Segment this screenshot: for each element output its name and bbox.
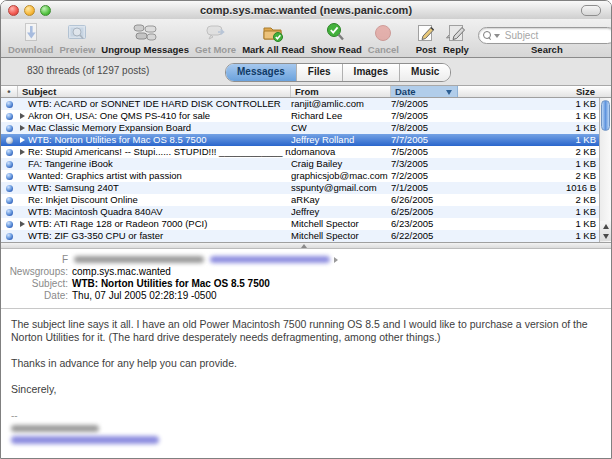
header-date: Date: Thu, 07 Jul 2005 02:28:19 -0500 (1, 290, 611, 302)
show-read-label: Show Read (311, 44, 362, 55)
header-subject: Subject: WTB: Norton Utilities for Mac O… (1, 278, 611, 290)
table-row[interactable]: WTB: ACARD or SONNET IDE HARD DISK CONTR… (1, 98, 601, 110)
sort-descending-icon (446, 90, 452, 95)
column-header-from[interactable]: From (291, 86, 391, 97)
date-label: Date: (1, 290, 68, 302)
row-date: 7/8/2005 (391, 122, 458, 134)
table-row[interactable]: Mac Classic Memory Expansion Board CW 7/… (1, 122, 601, 134)
table-row[interactable]: WTB: Macintosh Quadra 840AV Jeffrey 6/25… (1, 206, 601, 218)
download-icon (21, 22, 41, 44)
preview-button[interactable]: Preview (56, 21, 98, 55)
toolbar: Download Preview Ungroup Messages Get Mo… (1, 19, 611, 58)
scrollbar-thumb[interactable] (601, 100, 610, 131)
download-label: Download (8, 44, 53, 55)
tab-music[interactable]: Music (400, 64, 450, 81)
search-input[interactable] (503, 29, 611, 42)
unread-icon (6, 125, 13, 132)
disclosure-triangle-icon[interactable] (20, 125, 25, 131)
table-row[interactable]: WTB: Samsung 240T sspunty@gmail.com 7/1/… (1, 182, 601, 194)
row-date: 6/23/2005 (391, 218, 458, 230)
table-row-selected[interactable]: WTB: Norton Utilities for Mac OS 8.5 750… (1, 134, 601, 146)
body-paragraph: Thanks in advance for any help you can p… (11, 357, 601, 370)
tab-messages[interactable]: Messages (226, 64, 297, 81)
toolbar-toggle-button[interactable] (581, 5, 601, 16)
app-window: comp.sys.mac.wanted (news.panic.com) Dow… (0, 0, 612, 459)
row-from: Jeffrey Rolland (291, 134, 391, 146)
unread-icon (6, 173, 13, 180)
scroll-down-icon[interactable] (603, 234, 609, 239)
search-scope-dropdown-icon[interactable] (494, 34, 500, 38)
show-read-button[interactable]: Show Read (308, 21, 365, 55)
row-date: 6/22/2005 (391, 230, 458, 242)
row-from: Richard Lee (291, 110, 391, 122)
message-list: • Subject From Date Size WTB: ACARD or S… (1, 86, 611, 242)
ungroup-messages-label: Ungroup Messages (101, 44, 189, 55)
row-from: Craig Bailey (291, 158, 391, 170)
column-header-subject[interactable]: Subject (18, 86, 291, 97)
row-from: Mitchell Spector (291, 230, 391, 242)
table-row[interactable]: Wanted: Graphics artist with passion gra… (1, 170, 601, 182)
table-row[interactable]: WTB: ATI Rage 128 or Radeon 7000 (PCI) M… (1, 218, 601, 230)
row-date: 7/5/2005 (391, 146, 458, 158)
message-body: The subject line says it all. I have an … (1, 309, 611, 444)
ungroup-messages-button[interactable]: Ungroup Messages (98, 21, 192, 55)
post-button[interactable]: Post (412, 21, 440, 55)
subject-value: WTB: Norton Utilities for Mac OS 8.5 750… (72, 278, 270, 290)
row-subject: WTB: Samsung 240T (28, 182, 119, 194)
title-bar: comp.sys.mac.wanted (news.panic.com) (1, 1, 611, 19)
vertical-scrollbar[interactable] (599, 98, 611, 242)
header-from: F (1, 254, 611, 266)
table-row[interactable]: Re: Inkjet Discount Online aRKay 6/26/20… (1, 194, 601, 206)
date-header-label: Date (395, 86, 416, 97)
scroll-up-icon[interactable] (603, 224, 609, 229)
pane-splitter[interactable] (1, 242, 611, 249)
row-size: 1 KB (458, 134, 601, 146)
row-subject: WTB: ZIF G3-350 CPU or faster (28, 230, 163, 242)
unread-icon (6, 209, 13, 216)
table-row[interactable]: WTB: ZIF G3-350 CPU or faster Mitchell S… (1, 230, 601, 242)
column-header-size[interactable]: Size (458, 86, 611, 97)
row-from: Jeffrey (291, 206, 391, 218)
row-subject: FA: Tangerine iBook (28, 158, 113, 170)
search-field[interactable] (478, 27, 612, 44)
unread-icon (6, 233, 13, 240)
tab-images[interactable]: Images (343, 64, 400, 81)
mark-all-read-button[interactable]: Mark All Read (239, 21, 307, 55)
disclosure-triangle-icon[interactable] (20, 113, 25, 119)
row-date: 7/1/2005 (391, 182, 458, 194)
mark-all-read-icon (261, 22, 285, 44)
preview-label: Preview (59, 44, 95, 55)
unread-icon (6, 101, 13, 108)
table-row[interactable]: Re: Stupid Americans! -- Stupi...... STU… (1, 146, 601, 158)
tab-files[interactable]: Files (297, 64, 343, 81)
row-from: sspunty@gmail.com (291, 182, 391, 194)
message-pane: F Newsgroups: comp.sys.mac.wanted Subjec… (1, 249, 611, 452)
row-date: 7/2/2005 (391, 170, 458, 182)
disclosure-triangle-icon[interactable] (20, 149, 25, 155)
row-from: graphicsjob@mac.com (291, 170, 391, 182)
list-rows: WTB: ACARD or SONNET IDE HARD DISK CONTR… (1, 98, 601, 242)
disclosure-triangle-icon[interactable] (20, 221, 25, 227)
get-more-button[interactable]: Get More (192, 21, 239, 55)
redacted-from-email (210, 256, 330, 263)
table-row[interactable]: FA: Tangerine iBook Craig Bailey 7/3/200… (1, 158, 601, 170)
body-paragraph: The subject line says it all. I have an … (11, 318, 601, 344)
reply-button[interactable]: Reply (440, 21, 472, 55)
table-row[interactable]: Akron OH, USA: One QMS PS-410 for sale R… (1, 110, 601, 122)
row-date: 6/26/2005 (391, 194, 458, 206)
unread-icon (6, 221, 13, 228)
column-header-status[interactable]: • (1, 86, 18, 97)
search-magnifier-icon (483, 31, 492, 40)
list-header: • Subject From Date Size (1, 86, 611, 98)
get-more-icon (204, 22, 228, 44)
column-header-date[interactable]: Date (391, 86, 458, 97)
row-subject: WTB: ACARD or SONNET IDE HARD DISK CONTR… (28, 98, 281, 110)
row-size: 1 KB (458, 230, 601, 242)
unread-icon (6, 113, 13, 120)
disclosure-triangle-icon[interactable] (20, 137, 25, 143)
download-button[interactable]: Download (5, 21, 56, 55)
preview-icon (66, 22, 88, 44)
cancel-button[interactable]: Cancel (365, 21, 402, 55)
post-icon (415, 22, 437, 44)
row-from: ranjit@amlic.com (291, 98, 391, 110)
